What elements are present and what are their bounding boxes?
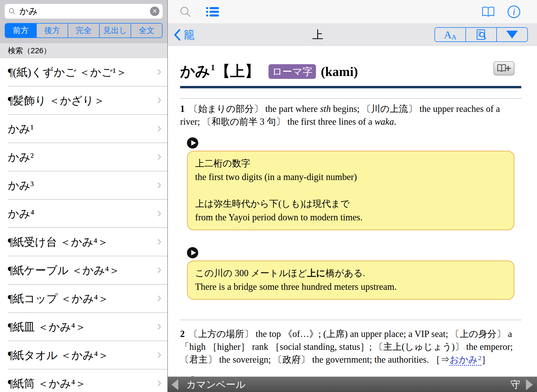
results-list: ¶(紙)くずかご ＜かご¹＞ › ¶髪飾り ＜かざり＞ › かみ¹ › かみ² … bbox=[0, 58, 167, 392]
list-item-label: ¶髪飾り ＜かざり＞ bbox=[8, 93, 105, 108]
list-item-label: ¶(紙)くずかご ＜かご¹＞ bbox=[8, 65, 127, 80]
search-mode-tab[interactable]: 全文 bbox=[131, 24, 162, 37]
example-jp: この川の 300 メートルほど上に橋がある. bbox=[195, 266, 506, 280]
list-item[interactable]: ¶紙タオル ＜かみ⁴＞ › bbox=[0, 341, 167, 369]
list-item-label: ¶紙筒 ＜かみ⁴＞ bbox=[8, 376, 86, 391]
cross-reference-link[interactable]: おかみ2 bbox=[449, 355, 481, 366]
list-item[interactable]: かみ⁴ › bbox=[0, 200, 167, 228]
list-item-label: ¶紙タオル ＜かみ⁴＞ bbox=[8, 348, 109, 363]
cross-reference-superscript: 2 bbox=[478, 352, 481, 364]
chevron-right-icon: › bbox=[157, 375, 162, 389]
headword-kanji: 【上】 bbox=[216, 62, 260, 81]
example-box-1: 上二桁の数字 the first two digits (in a many-d… bbox=[187, 151, 514, 230]
search-mode-tab[interactable]: 後方 bbox=[36, 24, 68, 37]
example-gap bbox=[195, 184, 506, 197]
doc-search-icon bbox=[475, 29, 487, 40]
list-item[interactable]: かみ² › bbox=[0, 143, 167, 171]
sense-number: 2 bbox=[180, 329, 185, 339]
list-item[interactable]: かみ¹ › bbox=[0, 115, 167, 143]
example-en: the first two digits (in a many-digit nu… bbox=[195, 170, 506, 184]
example-jp-text: この川の 300 メートルほど bbox=[195, 268, 307, 278]
next-entry-arrow-icon[interactable] bbox=[526, 379, 533, 390]
font-size-small-letter: A bbox=[452, 33, 457, 41]
play-icon bbox=[187, 137, 198, 149]
add-to-wordbook-button[interactable] bbox=[493, 61, 514, 75]
list-item[interactable]: ¶紙皿 ＜かみ⁴＞ › bbox=[0, 313, 167, 341]
headword-kana: かみ bbox=[180, 62, 210, 81]
chevron-right-icon: › bbox=[157, 347, 162, 361]
list-icon[interactable] bbox=[206, 7, 219, 17]
example-box-2: この川の 300 メートルほど上に橋がある. There is a bridge… bbox=[187, 260, 514, 300]
search-icon bbox=[8, 8, 16, 15]
sense-italic: sth bbox=[320, 104, 331, 114]
chevron-right-icon: › bbox=[157, 234, 162, 248]
entry-nav-bar: カマンベール 守 bbox=[168, 377, 537, 392]
back-button[interactable]: 籠 bbox=[174, 28, 195, 42]
down-triangle-icon bbox=[506, 31, 518, 39]
play-audio-button[interactable] bbox=[187, 137, 198, 149]
search-mode-tab[interactable]: 前方 bbox=[5, 24, 36, 37]
page-title: 上 bbox=[312, 28, 323, 42]
info-glyph: i bbox=[513, 6, 515, 17]
list-item-label: ¶紙ケーブル ＜かみ⁴＞ bbox=[8, 263, 120, 278]
list-item[interactable]: ¶紙受け台 ＜かみ⁴＞ › bbox=[0, 228, 167, 256]
entry-panel: i 籠 上 A A bbox=[168, 0, 537, 392]
clear-icon[interactable]: ✕ bbox=[150, 7, 159, 16]
list-item[interactable]: ¶髪飾り ＜かざり＞ › bbox=[0, 86, 167, 115]
play-audio-button[interactable] bbox=[187, 247, 198, 258]
romaji-badge: ローマ字 bbox=[268, 64, 316, 79]
list-item[interactable]: ¶紙コップ ＜かみ⁴＞ › bbox=[0, 285, 167, 313]
entry-content: かみ 1 【上】 ローマ字 (kami) 1〔始まりの部分〕 the par bbox=[168, 46, 537, 377]
example-en: There is a bridge some three hundred met… bbox=[195, 280, 506, 294]
jump-down-button[interactable] bbox=[496, 28, 527, 41]
font-size-button[interactable]: A A bbox=[435, 28, 465, 41]
headword-row: かみ 1 【上】 ローマ字 (kami) bbox=[180, 61, 521, 82]
next-entry-label[interactable]: 守 bbox=[511, 378, 520, 391]
chevron-right-icon: › bbox=[157, 206, 162, 219]
top-toolbar: i bbox=[168, 0, 537, 23]
results-header: 検索（226） bbox=[0, 43, 167, 58]
chevron-right-icon: › bbox=[157, 291, 162, 304]
search-field[interactable]: ✕ bbox=[5, 4, 163, 19]
chevron-right-icon: › bbox=[157, 149, 162, 163]
chevron-right-icon: › bbox=[157, 121, 162, 134]
list-item-label: かみ³ bbox=[8, 178, 34, 193]
info-icon[interactable]: i bbox=[508, 6, 520, 18]
search-in-entry-button[interactable] bbox=[465, 28, 496, 41]
chevron-left-icon bbox=[174, 29, 181, 41]
search-icon[interactable] bbox=[179, 6, 191, 18]
sense-separator bbox=[180, 98, 521, 99]
previous-entry-label[interactable]: カマンベール bbox=[186, 378, 245, 391]
chevron-right-icon: › bbox=[157, 64, 162, 78]
list-item-label: かみ⁴ bbox=[8, 206, 34, 221]
search-mode-tab[interactable]: 見出し bbox=[99, 24, 131, 37]
list-item[interactable]: ¶紙筒 ＜かみ⁴＞ › bbox=[0, 369, 167, 392]
search-input[interactable] bbox=[19, 6, 150, 17]
dictionary-app: ✕ 前方後方完全見出し全文 検索（226） ¶(紙)くずかご ＜かご¹＞ › ¶… bbox=[0, 0, 537, 392]
book-icon[interactable] bbox=[481, 6, 495, 18]
list-item[interactable]: かみ³ › bbox=[0, 171, 167, 200]
chevron-right-icon: › bbox=[157, 92, 162, 106]
navbar: 籠 上 A A bbox=[168, 23, 537, 46]
list-item[interactable]: ¶紙ケーブル ＜かみ⁴＞ › bbox=[0, 256, 167, 285]
headword-superscript: 1 bbox=[211, 63, 215, 72]
list-item[interactable]: ¶(紙)くずかご ＜かご¹＞ › bbox=[0, 58, 167, 86]
entry-tools-group: A A bbox=[434, 27, 528, 42]
search-mode-tab[interactable]: 完全 bbox=[68, 24, 99, 37]
list-item-label: ¶紙皿 ＜かみ⁴＞ bbox=[8, 320, 86, 334]
sense-text: ］ bbox=[481, 355, 491, 365]
sense-1: 1〔始まりの部分〕 the part where sth begins; 〔川の… bbox=[180, 102, 521, 128]
previous-entry-arrow-icon[interactable] bbox=[171, 379, 178, 390]
romaji-reading: (kami) bbox=[321, 64, 358, 79]
sidebar: ✕ 前方後方完全見出し全文 検索（226） ¶(紙)くずかご ＜かご¹＞ › ¶… bbox=[0, 0, 168, 392]
search-mode-tabs: 前方後方完全見出し全文 bbox=[5, 23, 163, 38]
cross-reference-text: おかみ bbox=[449, 355, 477, 365]
play-icon bbox=[187, 247, 198, 258]
sense-2: 2〔上方の場所〕 the top 《of…》; (上席) an upper pl… bbox=[180, 328, 521, 367]
chevron-right-icon: › bbox=[157, 177, 162, 191]
sense-italic: waka bbox=[375, 117, 394, 127]
book-plus-icon bbox=[497, 64, 511, 73]
chevron-right-icon: › bbox=[157, 262, 162, 276]
example-jp-bold: 上に bbox=[307, 268, 326, 278]
example-jp: 上は弥生時代から下(しも)は現代まで bbox=[195, 197, 506, 211]
